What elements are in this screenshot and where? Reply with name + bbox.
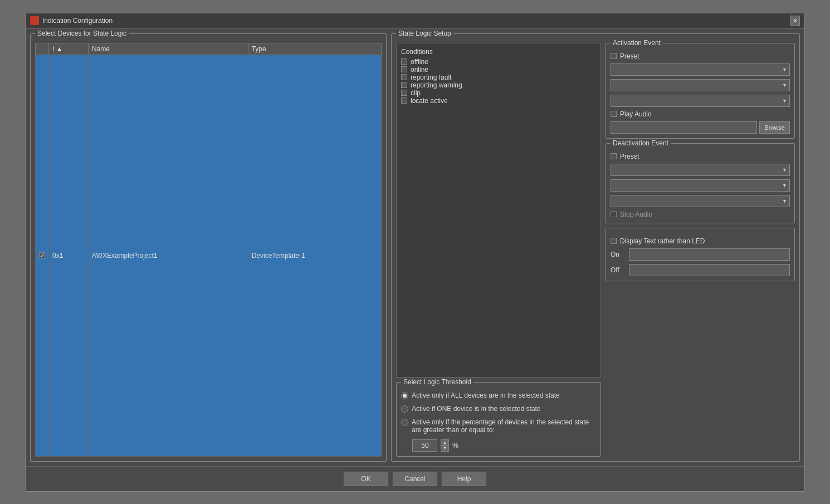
row-type: DeviceTemplate-1	[248, 55, 381, 456]
threshold-option-label-0: Active only if ALL devices are in the se…	[412, 392, 560, 399]
right-side-panels: Conditions offline online reporting faul…	[396, 43, 795, 457]
off-row: Off	[611, 264, 790, 276]
deactivation-event-title: Deactivation Event	[611, 139, 671, 147]
activation-dropdown-3[interactable]: ▼	[611, 95, 790, 107]
activation-dropdown-2[interactable]: ▼	[611, 79, 790, 91]
play-audio-row: Play Audio	[611, 110, 790, 118]
condition-checkbox[interactable]	[401, 58, 407, 65]
on-row: On	[611, 248, 790, 261]
deactivation-dropdown-3-row: ▼	[611, 195, 790, 207]
activation-dropdown-1[interactable]: ▼	[611, 63, 790, 76]
col-type[interactable]: Type	[248, 43, 381, 55]
threshold-radio-item: Active only if the percentage of devices…	[401, 418, 596, 434]
left-panel: Select Devices for State Logic I ▲ Name	[30, 33, 387, 462]
activation-panel: Activation Event Preset ▼	[606, 43, 795, 457]
threshold-radio-2[interactable]	[401, 419, 408, 426]
spinner-input[interactable]: 50	[412, 439, 437, 452]
deactivation-event-group: Deactivation Event Preset ▼	[606, 143, 795, 223]
threshold-option-label-1: Active if ONE device is in the selected …	[412, 405, 540, 413]
activation-event-title: Activation Event	[611, 39, 663, 47]
stop-audio-checkbox[interactable]	[611, 211, 617, 217]
ok-button[interactable]: OK	[344, 472, 388, 486]
condition-checkbox[interactable]	[401, 82, 407, 88]
dialog-title: Indication Configuration	[42, 17, 790, 25]
cancel-button[interactable]: Cancel	[393, 472, 437, 486]
play-audio-checkbox[interactable]	[611, 111, 617, 117]
percent-label: %	[452, 442, 458, 449]
threshold-option-label-2: Active only if the percentage of devices…	[412, 418, 596, 434]
row-checkbox-cell: ✓	[36, 55, 49, 456]
spinner-down-button[interactable]: ▼	[441, 446, 448, 451]
threshold-title: Select Logic Threshold	[401, 378, 473, 386]
devices-table: I ▲ Name Type	[35, 43, 382, 457]
table-row[interactable]: ✓ 0x1 AWXExampleProject1 DeviceTemplate-…	[36, 55, 382, 456]
app-icon	[30, 16, 39, 25]
condition-item: locate active	[401, 97, 596, 105]
condition-checkbox[interactable]	[401, 66, 407, 72]
activation-preset-checkbox[interactable]	[611, 53, 617, 59]
display-text-label: Display Text rather than LED	[620, 237, 705, 245]
activation-preset-label: Preset	[620, 52, 639, 60]
audio-input-row: Browse	[611, 121, 790, 134]
threshold-radio-1[interactable]	[401, 405, 408, 413]
deactivation-preset-row: Preset	[611, 153, 790, 160]
threshold-options: Active only if ALL devices are in the se…	[401, 392, 596, 434]
activation-preset-row: Preset	[611, 52, 790, 60]
col-name-label: Name	[92, 45, 110, 53]
threshold-group: Select Logic Threshold Active only if AL…	[396, 382, 601, 457]
col-name[interactable]: Name	[89, 43, 248, 55]
deactivation-dropdown-1[interactable]: ▼	[611, 164, 790, 176]
activation-dropdown-2-row: ▼	[611, 79, 790, 91]
condition-item: reporting warning	[401, 81, 596, 89]
threshold-radio-item: Active if ONE device is in the selected …	[401, 405, 596, 413]
activation-dropdown-1-row: ▼	[611, 63, 790, 76]
condition-label: reporting fault	[411, 74, 451, 81]
deactivation-dropdown-3[interactable]: ▼	[611, 195, 790, 207]
deactivation-dropdown-2[interactable]: ▼	[611, 179, 790, 192]
state-logic-title: State Logic Setup	[396, 30, 453, 37]
condition-checkbox[interactable]	[401, 74, 407, 80]
spinner-up-button[interactable]: ▲	[441, 440, 448, 446]
col-id[interactable]: I ▲	[49, 43, 89, 55]
title-bar: Indication Configuration ✕	[26, 13, 804, 29]
spinner-buttons: ▲ ▼	[441, 439, 449, 452]
activation-event-group: Activation Event Preset ▼	[606, 43, 795, 139]
on-label: On	[611, 251, 624, 258]
threshold-radio-0[interactable]	[401, 392, 408, 399]
condition-item: clip	[401, 89, 596, 97]
condition-item: offline	[401, 58, 596, 66]
deactivation-dropdown-2-row: ▼	[611, 179, 790, 192]
col-checkbox	[36, 43, 49, 55]
off-input[interactable]	[629, 264, 790, 276]
condition-label: offline	[411, 58, 428, 66]
help-button[interactable]: Help	[442, 472, 486, 486]
condition-label: locate active	[411, 97, 448, 105]
stop-audio-row: Stop Audio	[611, 211, 790, 218]
state-logic-group: State Logic Setup Conditions offline onl…	[391, 33, 800, 462]
deactivation-dropdown-1-row: ▼	[611, 164, 790, 176]
row-id: 0x1	[49, 55, 89, 456]
off-label: Off	[611, 266, 624, 274]
on-input[interactable]	[629, 248, 790, 261]
activation-dropdown-3-row: ▼	[611, 95, 790, 107]
col-type-label: Type	[252, 45, 266, 53]
threshold-radio-item: Active only if ALL devices are in the se…	[401, 392, 596, 399]
browse-button[interactable]: Browse	[759, 121, 790, 134]
col-id-label: I ▲	[52, 45, 63, 53]
condition-checkbox[interactable]	[401, 97, 407, 104]
audio-input[interactable]	[611, 121, 757, 134]
devices-table-container[interactable]: I ▲ Name Type	[35, 43, 382, 457]
condition-item: reporting fault	[401, 74, 596, 81]
close-button[interactable]: ✕	[790, 16, 800, 26]
select-devices-group: Select Devices for State Logic I ▲ Name	[30, 33, 387, 462]
conditions-label: Conditions	[401, 48, 596, 56]
condition-checkbox[interactable]	[401, 90, 407, 96]
indication-configuration-dialog: Indication Configuration ✕ Select Device…	[25, 13, 805, 492]
right-panel: State Logic Setup Conditions offline onl…	[391, 33, 800, 462]
select-devices-title: Select Devices for State Logic	[35, 30, 129, 37]
condition-item: online	[401, 66, 596, 74]
deactivation-preset-checkbox[interactable]	[611, 153, 617, 159]
display-text-group: Display Text rather than LED On Off	[606, 228, 795, 281]
display-text-checkbox[interactable]	[611, 238, 617, 244]
row-checkbox[interactable]: ✓	[39, 252, 45, 258]
